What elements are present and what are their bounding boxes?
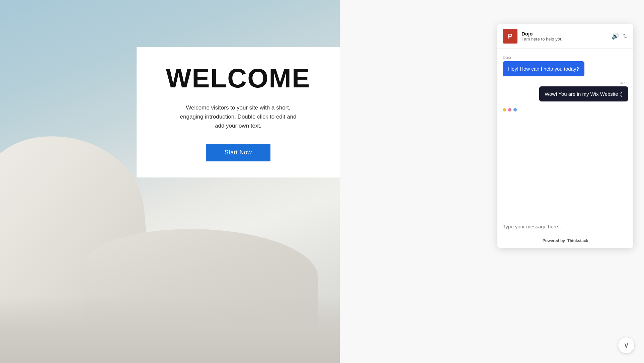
- user-sender-label: User: [620, 80, 628, 85]
- chat-widget: P Dojo I am here to help you 🔊 ↻ Dojo He…: [497, 24, 633, 248]
- typing-indicator: [503, 105, 628, 114]
- refresh-icon[interactable]: ↻: [623, 32, 628, 40]
- bot-message-group: Dojo Hey! How can I help you today?: [503, 55, 628, 76]
- start-now-button[interactable]: Start Now: [206, 144, 271, 161]
- volume-icon[interactable]: 🔊: [612, 32, 619, 40]
- typing-dot-blue: [513, 108, 517, 112]
- powered-by-label: Powered by: [543, 238, 565, 243]
- chat-bot-subtitle: I am here to help you: [521, 37, 612, 42]
- chat-header-info: Dojo I am here to help you: [521, 31, 612, 42]
- chat-messages: Dojo Hey! How can I help you today? User…: [497, 49, 633, 218]
- bot-sender-label: Dojo: [503, 55, 511, 60]
- user-message-group: User Wow! You are in my Wix Website :): [503, 80, 628, 101]
- bot-message-bubble: Hey! How can I help you today?: [503, 61, 584, 76]
- powered-by-brand: Thinkstack: [567, 238, 588, 243]
- typing-dot-yellow: [503, 108, 506, 112]
- welcome-description: Welcome visitors to your site with a sho…: [175, 103, 302, 131]
- chat-bot-name: Dojo: [521, 31, 612, 37]
- chat-input-area: [497, 218, 633, 235]
- typing-dot-pink: [508, 108, 511, 112]
- page-wrapper: WELCOME Welcome visitors to your site wi…: [0, 0, 644, 363]
- user-message-bubble: Wow! You are in my Wix Website :): [539, 86, 628, 101]
- chat-header-actions: 🔊 ↻: [612, 32, 628, 40]
- welcome-title: WELCOME: [166, 63, 311, 94]
- welcome-card: WELCOME Welcome visitors to your site wi…: [137, 47, 340, 177]
- chat-input[interactable]: [503, 224, 628, 229]
- chevron-down-icon: ∨: [624, 341, 629, 350]
- chat-avatar: P: [503, 29, 517, 44]
- chat-header: P Dojo I am here to help you 🔊 ↻: [497, 24, 633, 49]
- chat-powered-by: Powered by Thinkstack: [497, 235, 633, 248]
- scroll-down-button[interactable]: ∨: [618, 337, 635, 354]
